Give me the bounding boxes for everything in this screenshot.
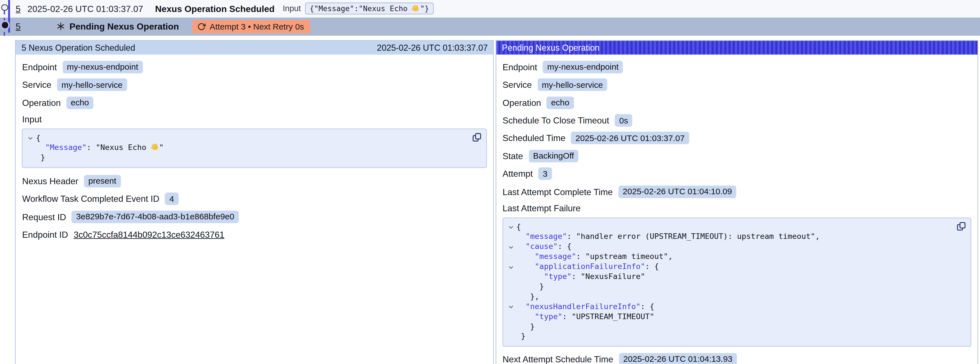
field-label: Next Attempt Schedule Time <box>503 354 613 364</box>
field-row-next-attempt-schedule-time: Next Attempt Schedule Time 2025-02-26 UT… <box>503 353 971 364</box>
field-value-badge: 3e829b7e-7d67-4b08-aad3-b1e868bfe9e0 <box>72 211 239 223</box>
code-line: "message": "handler error (UPSTREAM_TIME… <box>508 232 952 242</box>
field-row-attempt: Attempt 3 <box>503 167 971 180</box>
field-label: Schedule To Close Timeout <box>503 115 609 125</box>
input-preview-chip[interactable]: {"Message":"Nexus Echo "} <box>305 3 433 15</box>
field-value-badge: echo <box>66 96 93 109</box>
field-row-scheduled-time: Scheduled Time 2025-02-26 UTC 01:03:37.0… <box>503 132 971 145</box>
collapse-chevron-icon[interactable] <box>28 133 36 141</box>
field-value-badge: 0s <box>615 114 632 127</box>
copy-icon[interactable] <box>956 221 966 231</box>
field-label: Endpoint <box>22 62 57 72</box>
field-value-badge: 2025-02-26 UTC 01:03:37.07 <box>571 132 689 144</box>
code-line-text: { <box>517 222 521 232</box>
field-row-service: Service my-hello-service <box>22 78 487 91</box>
field-row-request-id: Request ID 3e829b7e-7d67-4b08-aad3-b1e86… <box>22 210 487 223</box>
code-line-text: "type": "UPSTREAM_TIMEOUT" <box>517 312 654 322</box>
panel-timestamp: 2025-02-26 UTC 01:03:37.07 <box>377 43 488 53</box>
field-value-badge: 4 <box>165 193 178 205</box>
code-line-text: } <box>517 332 526 342</box>
code-line: { <box>28 133 468 143</box>
event-title: Nexus Operation Scheduled <box>155 4 275 14</box>
event-row-scheduled[interactable]: 5 2025-02-26 UTC 01:03:37.07 Nexus Opera… <box>0 0 980 17</box>
field-row-endpoint: Endpoint my-nexus-endpoint <box>503 61 971 73</box>
collapse-chevron-icon[interactable] <box>508 222 516 230</box>
code-line: "cause": { <box>508 242 952 252</box>
code-gutter <box>508 332 516 334</box>
field-label: Service <box>503 80 532 90</box>
field-row-schedule-to-close-timeout: Schedule To Close Timeout 0s <box>503 114 971 127</box>
field-value-badge: 3 <box>538 168 552 180</box>
code-line: } <box>508 322 952 332</box>
field-label: Scheduled Time <box>503 133 565 143</box>
field-label: Attempt <box>503 169 533 179</box>
pending-panel-header: Pending Nexus Operation <box>496 41 978 54</box>
field-label: Operation <box>503 97 541 108</box>
code-line: "Message": "Nexus Echo " <box>28 143 468 153</box>
event-id-link[interactable]: 5 <box>16 21 21 32</box>
endpoint-id-link[interactable]: 3c0c75ccfa8144b092c13ce632463761 <box>73 229 224 239</box>
code-line: "message": "upstream timeout", <box>508 252 952 262</box>
code-line: "nexusHandlerFailureInfo": { <box>508 302 952 312</box>
event-history-view: 5 2025-02-26 UTC 01:03:37.07 Nexus Opera… <box>0 0 980 364</box>
code-line-text: } <box>517 282 544 292</box>
timeline-active-bar <box>8 0 10 33</box>
code-line: }, <box>508 292 952 302</box>
field-row-operation: Operation echo <box>22 96 487 109</box>
code-gutter <box>508 282 516 284</box>
waving-hand-emoji <box>412 4 420 12</box>
failure-section-label: Last Attempt Failure <box>503 203 971 214</box>
field-row-state: State BackingOff <box>503 149 971 163</box>
field-label: Last Attempt Complete Time <box>503 187 613 196</box>
field-value-badge: my-nexus-endpoint <box>543 61 623 73</box>
copy-icon[interactable] <box>472 132 482 142</box>
panel-title: 5 Nexus Operation Scheduled <box>21 43 135 53</box>
field-label: Workflow Task Completed Event ID <box>22 194 159 204</box>
field-value-badge: 2025-02-26 UTC 01:04:10.09 <box>619 185 736 198</box>
code-gutter <box>508 292 516 294</box>
timeline-open-circle-icon <box>1 4 8 11</box>
input-label: Input <box>283 4 301 13</box>
field-label: Operation <box>22 97 61 108</box>
code-line: } <box>28 153 468 163</box>
field-value-badge: my-hello-service <box>57 78 127 91</box>
retry-icon <box>197 22 205 30</box>
field-value-badge: my-hello-service <box>537 78 607 91</box>
collapse-chevron-icon[interactable] <box>508 242 516 250</box>
waving-hand-emoji <box>151 143 159 151</box>
code-line: "type": "UPSTREAM_TIMEOUT" <box>508 312 952 322</box>
field-label: Endpoint <box>503 62 537 72</box>
field-value-badge: present <box>84 175 121 187</box>
field-label: Endpoint ID <box>22 229 68 239</box>
collapse-chevron-icon[interactable] <box>508 302 516 310</box>
code-line-text: "cause": { <box>517 242 572 252</box>
code-line-text: "message": "upstream timeout", <box>517 252 673 262</box>
scheduled-panel-header: 5 Nexus Operation Scheduled 2025-02-26 U… <box>16 41 493 54</box>
app-viewport: 5 2025-02-26 UTC 01:03:37.07 Nexus Opera… <box>0 0 980 364</box>
field-row-operation: Operation echo <box>503 96 971 109</box>
field-label: State <box>503 151 523 161</box>
event-timestamp: 2025-02-26 UTC 01:03:37.07 <box>27 4 143 14</box>
field-value-badge: BackingOff <box>529 150 578 162</box>
code-line-text: "type": "NexusFailure" <box>517 272 645 282</box>
panel-title: Pending Nexus Operation <box>502 43 600 53</box>
event-id-link[interactable]: 5 <box>16 4 21 14</box>
field-label: Service <box>22 80 51 90</box>
retry-status-chip: Attempt 3 • Next Retry 0s <box>192 20 310 33</box>
field-row-service: Service my-hello-service <box>503 78 971 91</box>
code-gutter <box>28 143 36 145</box>
field-value-badge: 2025-02-26 UTC 01:04:13.93 <box>619 353 737 364</box>
code-line-text: "nexusHandlerFailureInfo": { <box>517 302 654 312</box>
field-label: Nexus Header <box>22 176 78 186</box>
code-line: "applicationFailureInfo": { <box>508 262 952 272</box>
code-line-text: "message": "handler error (UPSTREAM_TIME… <box>517 232 820 242</box>
field-value-badge: my-nexus-endpoint <box>62 61 143 73</box>
code-line-text: "applicationFailureInfo": { <box>517 262 659 272</box>
code-gutter <box>28 153 36 155</box>
field-row-wft-completed-event-id: Workflow Task Completed Event ID 4 <box>22 192 487 205</box>
pending-operation-panel: Pending Nexus Operation Endpoint my-nexu… <box>496 40 978 364</box>
collapse-chevron-icon[interactable] <box>508 262 516 270</box>
code-line-text: { <box>36 133 41 143</box>
scheduled-event-panel: 5 Nexus Operation Scheduled 2025-02-26 U… <box>15 40 494 364</box>
event-row-pending[interactable]: 5 Pending Nexus Operation Attempt 3 • Ne… <box>0 17 980 36</box>
